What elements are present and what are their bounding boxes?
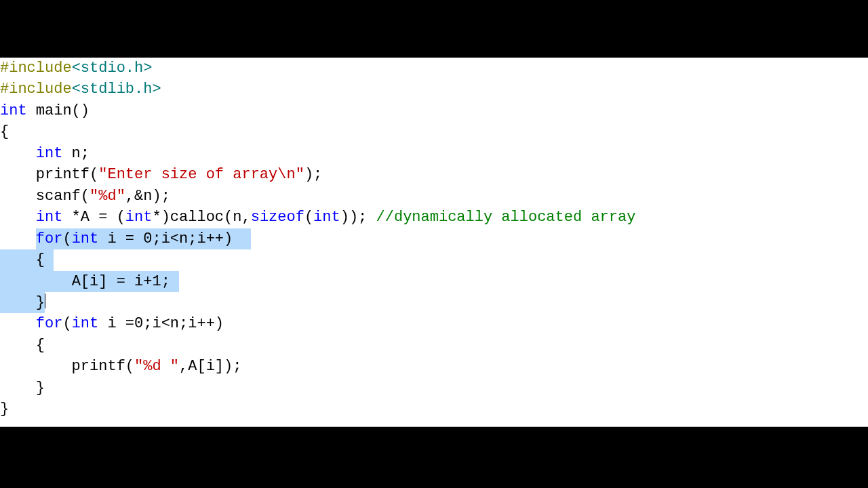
code-line-selected: for(int i = 0;i<n;i++) — [0, 230, 251, 247]
code-line: scanf("%d",&n); — [0, 188, 170, 205]
code-line: for(int i =0;i<n;i++) — [0, 315, 224, 332]
code-line: } — [0, 380, 45, 396]
code-line: printf("%d ",A[i]); — [0, 358, 241, 375]
code-line: int n; — [0, 145, 90, 162]
text-cursor — [45, 293, 45, 308]
code-line: #include<stdlib.h> — [0, 81, 161, 98]
code-line: } — [0, 401, 9, 418]
code-line: { — [0, 337, 45, 354]
code-line-selected: A[i] = i+1; — [0, 271, 179, 292]
code-line-selected: { — [0, 249, 54, 270]
code-line: printf("Enter size of array\n"); — [0, 166, 322, 183]
code-line: { — [0, 123, 9, 140]
code-editor[interactable]: #include<stdio.h> #include<stdlib.h> int… — [0, 58, 868, 427]
code-line-selected: } — [0, 294, 45, 311]
code-line: #include<stdio.h> — [0, 60, 152, 77]
code-block[interactable]: #include<stdio.h> #include<stdlib.h> int… — [0, 58, 868, 420]
code-line: int main() — [0, 102, 90, 119]
code-line: int *A = (int*)calloc(n,sizeof(int)); //… — [0, 209, 635, 226]
